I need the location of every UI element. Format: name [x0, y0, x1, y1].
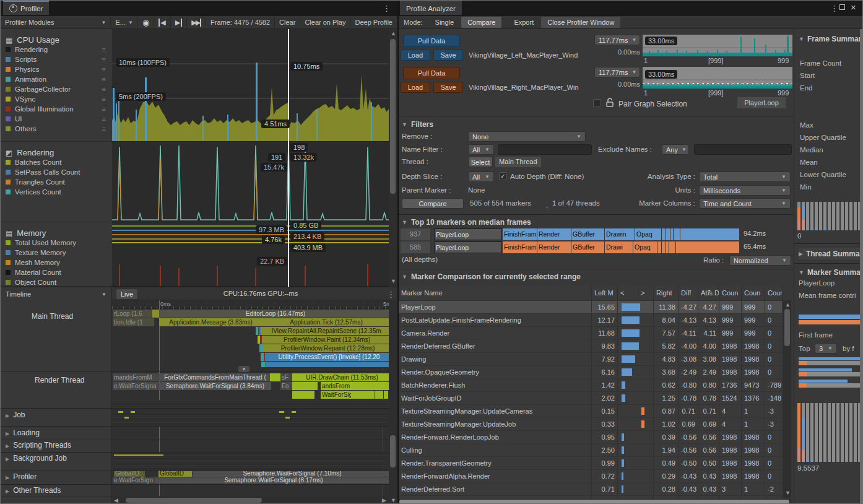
- timeline-view-dropdown[interactable]: Timeline▼: [1, 287, 112, 301]
- timeline-bar[interactable]: Semaphore.WaitForSignal (7.10ms): [193, 471, 392, 477]
- top10-marker-segment[interactable]: [662, 228, 666, 240]
- frame-graph-right[interactable]: 33.00ms: [643, 67, 792, 89]
- tab-profile-analyzer[interactable]: Profile Analyzer: [400, 1, 462, 15]
- timeline-bar[interactable]: [375, 391, 379, 399]
- histogram-bar[interactable]: [823, 403, 826, 462]
- timeline-bar[interactable]: GlobalID:: [114, 471, 145, 477]
- column-header[interactable]: Coun: [765, 285, 783, 300]
- histogram-bar[interactable]: [810, 202, 813, 230]
- module-item-triangles-count[interactable]: Triangles Count: [6, 177, 112, 187]
- module-item-object-count[interactable]: Object Count: [6, 277, 112, 287]
- tab-profiler[interactable]: Profiler: [3, 1, 49, 15]
- module-item-vsync[interactable]: VSync≡: [6, 94, 112, 104]
- timeline-bar[interactable]: [118, 411, 123, 413]
- thread-row-scripting-threads[interactable]: ▶Scripting Threads: [6, 441, 71, 450]
- timeline-bar[interactable]: [314, 382, 318, 390]
- histogram-bar[interactable]: [845, 202, 848, 230]
- histogram-bar[interactable]: [797, 202, 800, 230]
- table-row[interactable]: PostLateUpdate.FinishFrameRendering12.17…: [399, 314, 783, 327]
- drag-handle-icon[interactable]: ≡: [102, 115, 106, 123]
- histogram-bar[interactable]: [819, 403, 822, 462]
- module-header[interactable]: ◩Rendering: [6, 148, 112, 157]
- analysis-type-dropdown[interactable]: Total▼: [699, 172, 791, 182]
- histogram-bar[interactable]: [836, 202, 839, 230]
- name-filter-mode-dropdown[interactable]: All▼: [468, 144, 494, 155]
- top10-marker-segment[interactable]: [674, 228, 680, 240]
- timeline-bar[interactable]: andsFrom: [321, 382, 352, 390]
- drag-handle-icon[interactable]: ≡: [102, 46, 106, 53]
- foldout-closed-icon[interactable]: ▶: [6, 489, 9, 494]
- timeline-bar[interactable]: Utility.ProcessEvent() [Invoke] (12.20: [266, 353, 392, 361]
- drag-handle-icon[interactable]: ≡: [102, 85, 106, 93]
- histogram-bar[interactable]: [806, 202, 809, 230]
- histogram-bar[interactable]: [854, 202, 857, 230]
- table-row[interactable]: Drawing7.924.83-3.083.08199819980: [399, 353, 783, 366]
- timeline-bar[interactable]: [358, 391, 363, 399]
- timeline-bar[interactable]: Application.Tick (12.57ms): [261, 318, 392, 326]
- timeline-bar[interactable]: Semaphore.WaitForSignal (3.84ms): [159, 382, 271, 390]
- timeline-bar[interactable]: mandsFromM: [113, 373, 160, 381]
- rendering-chart[interactable]: [112, 142, 389, 222]
- thread-summary-header[interactable]: ▶ Thread Summar: [799, 248, 860, 259]
- frame-graph-left[interactable]: 33.00ms: [643, 35, 792, 56]
- histogram-bar[interactable]: [806, 403, 809, 462]
- timeline-bar[interactable]: e.WaitForSign: [113, 477, 157, 484]
- thread-row-profiler[interactable]: ▶Profiler: [6, 472, 37, 481]
- expand-thread-button[interactable]: ▼: [238, 366, 249, 372]
- thread-row-job[interactable]: ▶Job: [6, 411, 25, 419]
- scroll-up-icon[interactable]: ▲: [785, 302, 791, 308]
- prev-frame-button[interactable]: ◀: [154, 16, 170, 28]
- timeline-bar[interactable]: [379, 391, 383, 399]
- exclude-mode-dropdown[interactable]: Any▼: [662, 144, 689, 155]
- timeline-bar[interactable]: [124, 417, 129, 419]
- timeline-bar[interactable]: [131, 411, 135, 413]
- histogram-bar[interactable]: [815, 202, 818, 230]
- timeline-bar[interactable]: rLoop (1.6: [113, 310, 154, 318]
- timeline-bar[interactable]: GlobalID: [158, 471, 192, 477]
- column-header[interactable]: ▼Abs D: [698, 285, 719, 300]
- module-item-global-illumination[interactable]: Global Illumination≡: [6, 104, 112, 114]
- histogram-bar[interactable]: [841, 202, 844, 230]
- timeline-bar[interactable]: [266, 362, 392, 367]
- top10-marker-segment[interactable]: Opaq: [635, 228, 661, 240]
- save-right-button[interactable]: Save: [433, 82, 463, 93]
- module-item-mesh-memory[interactable]: Mesh Memory: [6, 258, 112, 267]
- profiler-modules-dropdown[interactable]: Profiler Modules▼: [1, 16, 111, 28]
- histogram-bar[interactable]: [849, 202, 852, 230]
- top10-marker-segment[interactable]: GBuffer: [571, 228, 604, 240]
- top-n-dropdown[interactable]: 3▼: [815, 343, 837, 354]
- timeline-bar[interactable]: ForGfxCommandsFromMainThread (: [159, 373, 271, 381]
- timeline-bar[interactable]: [371, 391, 375, 399]
- top10-marker-segment[interactable]: GBuffer: [571, 241, 604, 253]
- mode-compare-button[interactable]: Compare: [461, 17, 501, 28]
- module-item-ui[interactable]: UI≡: [6, 114, 112, 124]
- pull-data-left-button[interactable]: Pull Data: [403, 35, 460, 47]
- table-row[interactable]: WaitForJobGroupID2.021.25-0.780.78152413…: [399, 392, 783, 405]
- table-row[interactable]: Camera.Render11.687.57-4.114.119999990: [399, 327, 783, 340]
- ratio-dropdown[interactable]: Normalized▼: [729, 255, 791, 266]
- profiler-menu-icon[interactable]: ⋮: [383, 4, 391, 13]
- scroll-right-icon[interactable]: ▶: [382, 497, 386, 503]
- histogram-bar[interactable]: [854, 403, 857, 462]
- filters-header[interactable]: ▼ Filters: [402, 120, 433, 129]
- table-row[interactable]: BatchRenderer.Flush1.420.62-0.800.801736…: [399, 379, 783, 392]
- depth-slice-dropdown[interactable]: All▼: [468, 172, 494, 182]
- top10-marker-segment[interactable]: FinishFram: [503, 241, 537, 253]
- thread-row-loading[interactable]: ▶Loading: [6, 428, 40, 437]
- top10-marker-segment[interactable]: Opaq: [633, 241, 657, 253]
- timeline-bar[interactable]: Fo: [280, 382, 293, 390]
- histogram-bar[interactable]: [832, 202, 835, 230]
- top10-frame-index[interactable]: 937: [401, 228, 430, 240]
- timeline-bar[interactable]: ProfilerWindow.Repaint (12.28ms): [264, 344, 392, 352]
- timeline-bar[interactable]: tion.Idle (1: [113, 318, 154, 326]
- record-button[interactable]: ◉: [138, 16, 154, 28]
- module-item-batches-count[interactable]: Batches Count: [6, 157, 112, 167]
- scroll-down-icon[interactable]: ▼: [391, 278, 396, 284]
- cpu-chart[interactable]: [112, 29, 389, 142]
- timeline-bar[interactable]: [292, 411, 296, 413]
- marker-columns-dropdown[interactable]: Time and Count▼: [699, 198, 791, 209]
- top10-marker-segment[interactable]: [666, 241, 669, 253]
- charts-vscrollbar[interactable]: ▲ ▼: [389, 29, 397, 287]
- module-item-others[interactable]: Others≡: [6, 124, 112, 134]
- timeline-bar[interactable]: [261, 362, 266, 367]
